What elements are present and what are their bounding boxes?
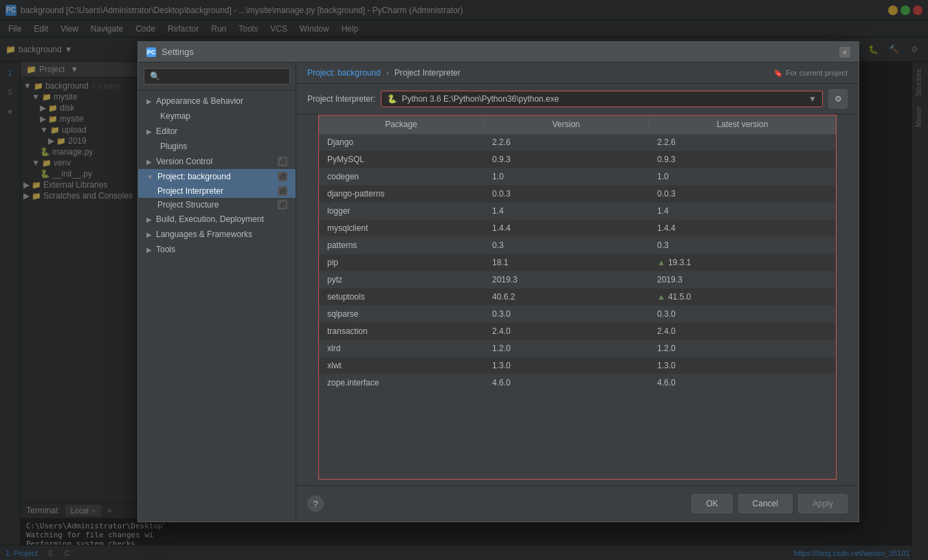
interpreter-badge: ⬛ [278,186,287,196]
settings-item-label: Keymap [160,111,190,121]
package-latest-cell: 1.3.0 [649,357,836,374]
cancel-button[interactable]: Cancel [738,494,793,513]
update-arrow-icon: ▲ [657,258,665,267]
settings-item-editor[interactable]: ▶ Editor [138,124,296,139]
question-icon: ? [313,499,318,509]
table-row[interactable]: xlrd1.2.01.2.0 [319,340,836,357]
settings-item-label: Project: background [157,172,231,181]
for-current-project-label: For current project [786,69,848,77]
apply-button[interactable]: Apply [798,494,848,513]
package-latest-cell: 0.3.0 [649,306,836,322]
interpreter-value: Python 3.6 E:\Python\Python36\python.exe [401,94,559,104]
package-latest-cell: 1.2.0 [649,340,836,357]
help-button[interactable]: ? [307,495,324,512]
settings-item-tools[interactable]: ▶ Tools [138,242,296,257]
expand-icon: ▼ [146,173,153,181]
table-row[interactable]: pytz2019.32019.3 [319,271,836,289]
table-header: Package Version Latest version [319,115,836,134]
expand-icon: ▶ [146,158,152,166]
table-row[interactable]: PyMySQL0.9.30.9.3 [319,151,836,168]
package-latest-cell: 1.4 [649,203,836,219]
package-version-cell: 2.2.6 [484,134,649,150]
settings-item-label: Languages & Frameworks [156,229,252,239]
package-latest-cell: 2019.3 [649,271,836,288]
package-name-cell: xlwt [319,357,484,374]
python-icon: 🐍 [387,94,397,104]
package-latest-cell: 2.2.6 [649,134,836,150]
dialog-title: Settings [162,47,194,57]
settings-footer: ? OK Cancel Apply [296,485,859,522]
package-latest-cell: 0.3 [649,237,836,254]
package-name-cell: Django [319,134,484,150]
breadcrumb-arrow-icon: › [386,68,389,78]
settings-dialog: PC Settings × ▶ Appearance & Behavior Ke… [137,41,859,522]
settings-item-plugins[interactable]: Plugins [138,139,296,154]
package-version-cell: 0.0.3 [484,186,649,202]
table-row[interactable]: zope.interface4.6.04.6.0 [319,374,836,392]
interpreter-select[interactable]: 🐍 Python 3.6 E:\Python\Python36\python.e… [381,91,823,107]
package-name-cell: xlrd [319,340,484,357]
settings-item-appearance[interactable]: ▶ Appearance & Behavior [138,93,296,109]
package-version-cell: 1.2.0 [484,340,649,357]
package-version-cell: 0.9.3 [484,151,649,168]
table-row[interactable]: patterns0.30.3 [319,237,836,254]
package-name-cell: PyMySQL [319,151,484,168]
interpreter-settings-button[interactable]: ⚙ [828,89,848,109]
dialog-close-button[interactable]: × [839,47,850,58]
settings-item-keymap[interactable]: Keymap [138,109,296,124]
settings-item-project-background[interactable]: ▼ Project: background ⬛ [138,169,296,184]
settings-item-label: Editor [156,126,177,136]
package-name-cell: pytz [319,271,484,288]
package-latest-cell: 0.0.3 [649,186,836,202]
package-version-cell: 1.4.4 [484,220,649,236]
gear-icon: ⚙ [835,94,842,104]
dialog-app-icon: PC [146,47,156,57]
table-row[interactable]: xlwt1.3.01.3.0 [319,357,836,374]
breadcrumb-parent[interactable]: Project: background [307,68,381,78]
col-header-version: Version [484,115,649,133]
package-version-cell: 1.3.0 [484,357,649,374]
table-row[interactable]: django-patterns0.0.30.0.3 [319,186,836,203]
settings-item-project-interpreter[interactable]: Project Interpreter ⬛ [138,184,296,198]
expand-icon: ▶ [146,98,152,105]
settings-item-build[interactable]: ▶ Build, Execution, Deployment [138,212,296,227]
settings-sub-label: Project Interpreter [157,186,223,196]
for-current-project[interactable]: 🔖 For current project [773,69,848,78]
package-latest-cell: ▲ 41.5.0 [649,289,836,305]
table-row[interactable]: codegen1.01.0 [319,168,836,186]
settings-item-label: Appearance & Behavior [156,96,243,106]
package-name-cell: pip [319,254,484,271]
ok-button[interactable]: OK [692,494,732,513]
package-version-cell: 4.6.0 [484,374,649,391]
table-row[interactable]: sqlparse0.3.00.3.0 [319,306,836,323]
breadcrumb-current: Project Interpreter [395,68,461,78]
structure-badge: ⬛ [278,200,287,210]
table-row[interactable]: setuptools40.6.2▲ 41.5.0 [319,289,836,306]
settings-item-label: Plugins [160,142,187,151]
dialog-body: ▶ Appearance & Behavior Keymap ▶ Editor … [138,63,859,522]
settings-item-project-structure[interactable]: Project Structure ⬛ [138,198,296,212]
expand-icon: ▶ [146,128,152,135]
dialog-title-bar: PC Settings × [138,42,859,63]
expand-icon: ▶ [146,231,152,238]
settings-item-vcs[interactable]: ▶ Version Control ⬛ [138,154,296,169]
settings-right-panel: Project: background › Project Interprete… [296,63,859,522]
package-version-cell: 2019.3 [484,271,649,288]
package-name-cell: patterns [319,237,484,254]
package-version-cell: 0.3.0 [484,306,649,322]
package-name-cell: transaction [319,323,484,339]
settings-search-input[interactable] [144,68,290,85]
update-arrow-icon: ▲ [657,292,665,302]
table-row[interactable]: Django2.2.62.2.6 [319,134,836,151]
col-header-package: Package [319,115,484,133]
settings-item-label: Version Control [156,157,212,166]
package-latest-cell: 1.0 [649,168,836,185]
table-row[interactable]: mysqlclient1.4.41.4.4 [319,220,836,237]
settings-tree: ▶ Appearance & Behavior Keymap ▶ Editor … [138,91,296,522]
table-row[interactable]: logger1.41.4 [319,203,836,220]
package-name-cell: logger [319,203,484,219]
table-row[interactable]: pip18.1▲ 19.3.1 [319,254,836,271]
settings-item-languages[interactable]: ▶ Languages & Frameworks [138,227,296,242]
table-row[interactable]: transaction2.4.02.4.0 [319,323,836,340]
package-name-cell: zope.interface [319,374,484,391]
